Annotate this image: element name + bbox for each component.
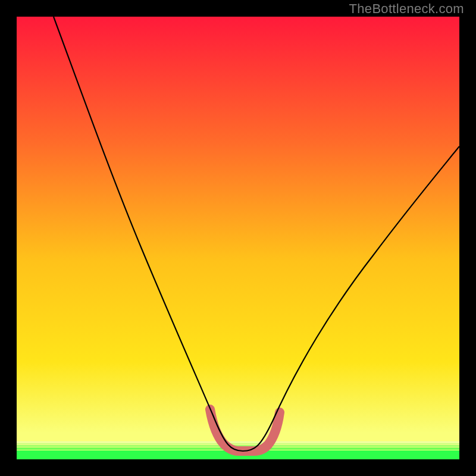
curve-highlight	[210, 409, 280, 451]
watermark-text: TheBottleneck.com	[349, 1, 464, 17]
bottleneck-curve	[54, 17, 459, 451]
outer-frame: TheBottleneck.com	[0, 0, 476, 476]
plot-area	[17, 17, 459, 459]
bottleneck-curve-svg	[17, 17, 459, 459]
